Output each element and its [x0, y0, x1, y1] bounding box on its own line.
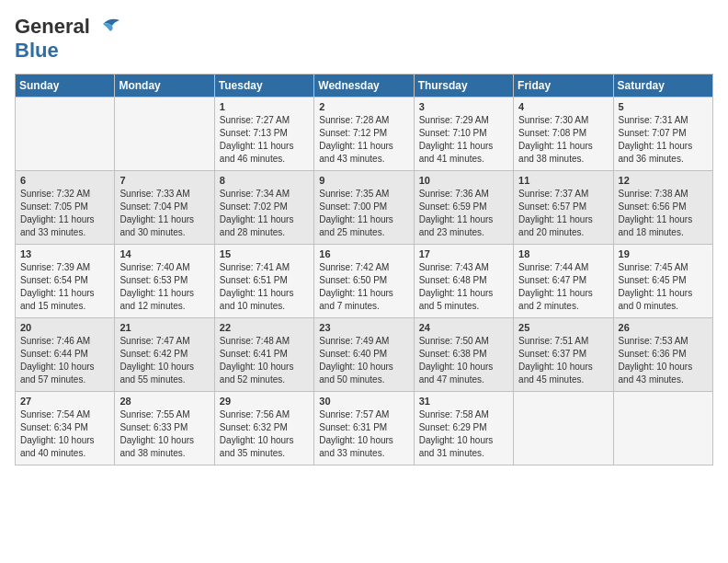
weekday-header-wednesday: Wednesday	[314, 75, 414, 98]
day-info: Sunrise: 7:54 AM Sunset: 6:34 PM Dayligh…	[20, 408, 109, 460]
day-number: 14	[119, 248, 209, 259]
week-row-2: 6Sunrise: 7:32 AM Sunset: 7:05 PM Daylig…	[16, 171, 713, 245]
day-number: 31	[419, 396, 508, 407]
day-info: Sunrise: 7:34 AM Sunset: 7:02 PM Dayligh…	[220, 188, 309, 239]
calendar-cell: 22Sunrise: 7:48 AM Sunset: 6:41 PM Dayli…	[214, 318, 313, 392]
day-number: 21	[119, 322, 209, 333]
calendar-cell: 19Sunrise: 7:45 AM Sunset: 6:45 PM Dayli…	[613, 245, 712, 318]
day-number: 2	[319, 101, 408, 112]
calendar-cell: 26Sunrise: 7:53 AM Sunset: 6:36 PM Dayli…	[613, 318, 712, 392]
calendar-cell: 5Sunrise: 7:31 AM Sunset: 7:07 PM Daylig…	[613, 98, 712, 171]
calendar-cell: 28Sunrise: 7:55 AM Sunset: 6:33 PM Dayli…	[115, 392, 214, 465]
calendar-cell: 31Sunrise: 7:58 AM Sunset: 6:29 PM Dayli…	[414, 392, 513, 465]
day-info: Sunrise: 7:32 AM Sunset: 7:05 PM Dayligh…	[20, 188, 109, 239]
day-number: 12	[619, 175, 708, 186]
day-number: 3	[419, 101, 508, 112]
calendar-cell: 24Sunrise: 7:50 AM Sunset: 6:38 PM Dayli…	[414, 318, 513, 392]
day-info: Sunrise: 7:53 AM Sunset: 6:36 PM Dayligh…	[619, 335, 708, 386]
day-info: Sunrise: 7:44 AM Sunset: 6:47 PM Dayligh…	[518, 261, 608, 313]
day-number: 10	[419, 175, 508, 186]
calendar-cell: 30Sunrise: 7:57 AM Sunset: 6:31 PM Dayli…	[314, 392, 414, 465]
weekday-header-tuesday: Tuesday	[214, 75, 313, 98]
day-info: Sunrise: 7:27 AM Sunset: 7:13 PM Dayligh…	[220, 114, 309, 166]
day-info: Sunrise: 7:37 AM Sunset: 6:57 PM Dayligh…	[518, 188, 608, 239]
calendar-cell	[613, 392, 712, 465]
calendar-cell: 14Sunrise: 7:40 AM Sunset: 6:53 PM Dayli…	[115, 245, 214, 318]
week-row-3: 13Sunrise: 7:39 AM Sunset: 6:54 PM Dayli…	[16, 245, 713, 318]
day-number: 17	[419, 248, 508, 259]
day-info: Sunrise: 7:42 AM Sunset: 6:50 PM Dayligh…	[319, 261, 408, 313]
weekday-header-sunday: Sunday	[16, 75, 115, 98]
calendar-table: SundayMondayTuesdayWednesdayThursdayFrid…	[15, 74, 713, 465]
day-info: Sunrise: 7:47 AM Sunset: 6:42 PM Dayligh…	[119, 335, 209, 386]
calendar-cell	[16, 98, 115, 171]
day-number: 11	[518, 175, 608, 186]
calendar-cell: 15Sunrise: 7:41 AM Sunset: 6:51 PM Dayli…	[214, 245, 313, 318]
weekday-header-monday: Monday	[115, 75, 214, 98]
day-number: 25	[518, 322, 608, 333]
day-number: 4	[518, 101, 608, 112]
day-number: 19	[619, 248, 708, 259]
calendar-cell: 17Sunrise: 7:43 AM Sunset: 6:48 PM Dayli…	[414, 245, 513, 318]
day-info: Sunrise: 7:40 AM Sunset: 6:53 PM Dayligh…	[119, 261, 209, 313]
day-number: 26	[619, 322, 708, 333]
calendar-cell	[115, 98, 214, 171]
day-number: 30	[319, 396, 408, 407]
day-number: 6	[20, 175, 109, 186]
day-info: Sunrise: 7:28 AM Sunset: 7:12 PM Dayligh…	[319, 114, 408, 166]
day-info: Sunrise: 7:31 AM Sunset: 7:07 PM Dayligh…	[619, 114, 708, 166]
calendar-cell: 9Sunrise: 7:35 AM Sunset: 7:00 PM Daylig…	[314, 171, 414, 245]
calendar-cell: 8Sunrise: 7:34 AM Sunset: 7:02 PM Daylig…	[214, 171, 313, 245]
weekday-header-saturday: Saturday	[613, 75, 712, 98]
calendar-cell: 20Sunrise: 7:46 AM Sunset: 6:44 PM Dayli…	[16, 318, 115, 392]
day-info: Sunrise: 7:39 AM Sunset: 6:54 PM Dayligh…	[20, 261, 109, 313]
day-number: 28	[119, 396, 209, 407]
day-info: Sunrise: 7:57 AM Sunset: 6:31 PM Dayligh…	[319, 408, 408, 460]
day-info: Sunrise: 7:51 AM Sunset: 6:37 PM Dayligh…	[518, 335, 608, 386]
day-info: Sunrise: 7:45 AM Sunset: 6:45 PM Dayligh…	[619, 261, 708, 313]
day-info: Sunrise: 7:46 AM Sunset: 6:44 PM Dayligh…	[20, 335, 109, 386]
calendar-cell: 29Sunrise: 7:56 AM Sunset: 6:32 PM Dayli…	[214, 392, 313, 465]
calendar-cell: 23Sunrise: 7:49 AM Sunset: 6:40 PM Dayli…	[314, 318, 414, 392]
calendar-cell: 18Sunrise: 7:44 AM Sunset: 6:47 PM Dayli…	[514, 245, 613, 318]
day-info: Sunrise: 7:55 AM Sunset: 6:33 PM Dayligh…	[119, 408, 209, 460]
day-info: Sunrise: 7:50 AM Sunset: 6:38 PM Dayligh…	[419, 335, 508, 386]
week-row-4: 20Sunrise: 7:46 AM Sunset: 6:44 PM Dayli…	[16, 318, 713, 392]
calendar-cell: 12Sunrise: 7:38 AM Sunset: 6:56 PM Dayli…	[613, 171, 712, 245]
day-info: Sunrise: 7:56 AM Sunset: 6:32 PM Dayligh…	[220, 408, 309, 460]
calendar-cell: 11Sunrise: 7:37 AM Sunset: 6:57 PM Dayli…	[514, 171, 613, 245]
day-number: 1	[220, 101, 309, 112]
day-number: 9	[319, 175, 408, 186]
day-info: Sunrise: 7:49 AM Sunset: 6:40 PM Dayligh…	[319, 335, 408, 386]
day-number: 15	[220, 248, 309, 259]
day-info: Sunrise: 7:35 AM Sunset: 7:00 PM Dayligh…	[319, 188, 408, 239]
day-number: 5	[619, 101, 708, 112]
day-number: 29	[220, 396, 309, 407]
weekday-header-friday: Friday	[514, 75, 613, 98]
day-info: Sunrise: 7:41 AM Sunset: 6:51 PM Dayligh…	[220, 261, 309, 313]
calendar-cell	[514, 392, 613, 465]
logo: General Blue	[15, 15, 121, 63]
calendar-cell: 27Sunrise: 7:54 AM Sunset: 6:34 PM Dayli…	[16, 392, 115, 465]
page-header: General Blue	[15, 15, 713, 63]
logo-blue-text: Blue	[15, 39, 59, 63]
calendar-cell: 10Sunrise: 7:36 AM Sunset: 6:59 PM Dayli…	[414, 171, 513, 245]
logo-bird-icon	[94, 17, 121, 37]
calendar-cell: 6Sunrise: 7:32 AM Sunset: 7:05 PM Daylig…	[16, 171, 115, 245]
day-number: 7	[119, 175, 209, 186]
day-number: 13	[20, 248, 109, 259]
calendar-cell: 1Sunrise: 7:27 AM Sunset: 7:13 PM Daylig…	[214, 98, 313, 171]
day-info: Sunrise: 7:30 AM Sunset: 7:08 PM Dayligh…	[518, 114, 608, 166]
day-info: Sunrise: 7:38 AM Sunset: 6:56 PM Dayligh…	[619, 188, 708, 239]
calendar-cell: 3Sunrise: 7:29 AM Sunset: 7:10 PM Daylig…	[414, 98, 513, 171]
day-number: 8	[220, 175, 309, 186]
day-number: 24	[419, 322, 508, 333]
day-number: 22	[220, 322, 309, 333]
calendar-cell: 7Sunrise: 7:33 AM Sunset: 7:04 PM Daylig…	[115, 171, 214, 245]
day-info: Sunrise: 7:36 AM Sunset: 6:59 PM Dayligh…	[419, 188, 508, 239]
day-number: 20	[20, 322, 109, 333]
calendar-cell: 21Sunrise: 7:47 AM Sunset: 6:42 PM Dayli…	[115, 318, 214, 392]
logo-general-text: General	[15, 15, 90, 39]
day-number: 27	[20, 396, 109, 407]
week-row-1: 1Sunrise: 7:27 AM Sunset: 7:13 PM Daylig…	[16, 98, 713, 171]
